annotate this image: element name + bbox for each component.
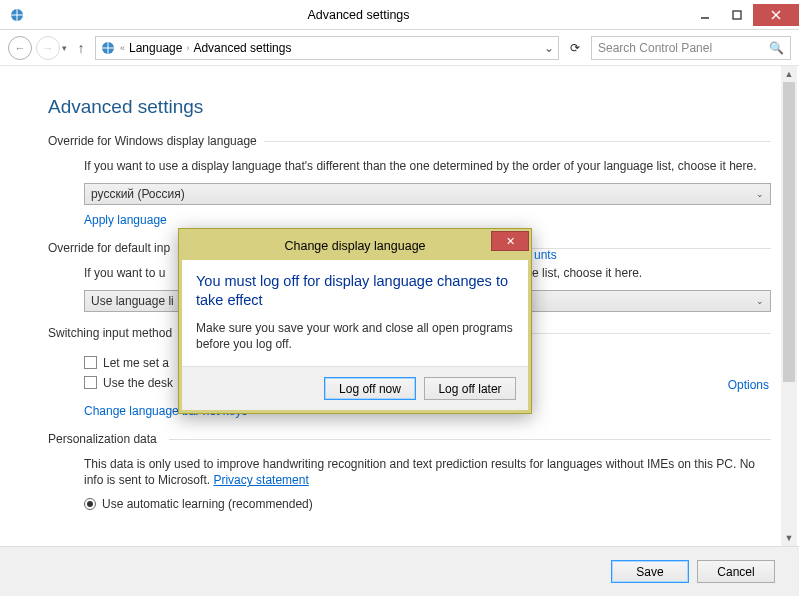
checkbox-icon bbox=[84, 356, 97, 369]
personalization-desc: This data is only used to improve handwr… bbox=[84, 456, 771, 490]
checkbox-icon bbox=[84, 376, 97, 389]
search-icon: 🔍 bbox=[769, 41, 784, 55]
breadcrumb-item[interactable]: Advanced settings bbox=[193, 41, 291, 55]
display-language-select[interactable]: русский (Россия) ⌄ bbox=[84, 183, 771, 205]
language-icon bbox=[100, 40, 116, 56]
maximize-button[interactable] bbox=[721, 4, 753, 26]
footer: Save Cancel bbox=[0, 546, 799, 596]
select-value: русский (Россия) bbox=[91, 187, 185, 201]
section-override-display-title: Override for Windows display language bbox=[48, 134, 771, 148]
forward-button[interactable]: → bbox=[36, 36, 60, 60]
scroll-up-icon[interactable]: ▲ bbox=[781, 66, 797, 82]
section-personalization: This data is only used to improve handwr… bbox=[48, 448, 771, 532]
up-button[interactable]: ↑ bbox=[71, 40, 91, 56]
breadcrumb[interactable]: « Language › Advanced settings ⌄ bbox=[95, 36, 559, 60]
section-personalization-title: Personalization data bbox=[48, 432, 771, 446]
chevron-right-icon: › bbox=[186, 43, 189, 53]
accounts-link-fragment[interactable]: unts bbox=[534, 248, 557, 262]
close-button[interactable] bbox=[753, 4, 799, 26]
svg-line-4 bbox=[772, 11, 780, 19]
refresh-button[interactable]: ⟳ bbox=[563, 36, 587, 60]
history-dropdown[interactable]: ▾ bbox=[62, 43, 67, 53]
logoff-later-button[interactable]: Log off later bbox=[424, 377, 516, 400]
dialog-buttons: Log off now Log off later bbox=[182, 366, 528, 410]
search-input[interactable]: Search Control Panel 🔍 bbox=[591, 36, 791, 60]
apply-language-link[interactable]: Apply language bbox=[84, 213, 167, 227]
privacy-link[interactable]: Privacy statement bbox=[213, 472, 308, 489]
dialog-message: Make sure you save your work and close a… bbox=[196, 320, 514, 352]
minimize-button[interactable] bbox=[689, 4, 721, 26]
bc-sep-icon: « bbox=[120, 43, 125, 53]
options-link[interactable]: Options bbox=[728, 378, 769, 392]
page-title: Advanced settings bbox=[48, 96, 771, 118]
window-title: Advanced settings bbox=[28, 8, 689, 22]
scroll-thumb[interactable] bbox=[783, 82, 795, 382]
dialog-heading: You must log off for display language ch… bbox=[196, 272, 514, 310]
app-icon bbox=[6, 4, 28, 26]
radio-icon bbox=[84, 498, 96, 510]
select-value: Use language li bbox=[91, 294, 174, 308]
chevron-down-icon: ⌄ bbox=[756, 296, 764, 306]
dialog-body: You must log off for display language ch… bbox=[182, 260, 528, 410]
titlebar: Advanced settings bbox=[0, 0, 799, 30]
dialog-titlebar[interactable]: Change display language ✕ bbox=[182, 232, 528, 260]
chevron-down-icon[interactable]: ⌄ bbox=[544, 41, 554, 55]
search-placeholder: Search Control Panel bbox=[598, 41, 712, 55]
vertical-scrollbar[interactable]: ▲ ▼ bbox=[781, 66, 797, 546]
radio-auto-learning[interactable]: Use automatic learning (recommended) bbox=[84, 497, 771, 511]
logoff-now-button[interactable]: Log off now bbox=[324, 377, 416, 400]
chevron-down-icon: ⌄ bbox=[756, 189, 764, 199]
dialog-close-button[interactable]: ✕ bbox=[491, 231, 529, 251]
svg-line-3 bbox=[772, 11, 780, 19]
dialog-title: Change display language bbox=[284, 239, 425, 253]
scroll-down-icon[interactable]: ▼ bbox=[781, 530, 797, 546]
window-controls bbox=[689, 4, 799, 26]
save-button[interactable]: Save bbox=[611, 560, 689, 583]
navigation-bar: ← → ▾ ↑ « Language › Advanced settings ⌄… bbox=[0, 30, 799, 66]
override-display-desc: If you want to use a display language th… bbox=[84, 158, 771, 175]
cancel-button[interactable]: Cancel bbox=[697, 560, 775, 583]
back-button[interactable]: ← bbox=[8, 36, 32, 60]
change-language-dialog: Change display language ✕ You must log o… bbox=[178, 228, 532, 414]
breadcrumb-item[interactable]: Language bbox=[129, 41, 182, 55]
svg-rect-2 bbox=[733, 11, 741, 19]
